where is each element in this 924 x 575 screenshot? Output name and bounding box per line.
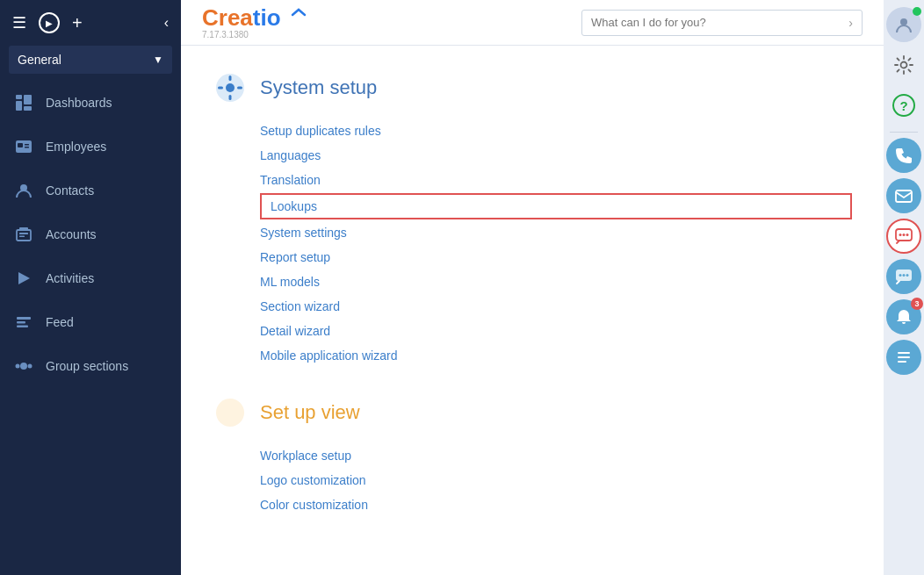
svg-point-19	[28, 364, 32, 369]
svg-rect-5	[18, 143, 23, 147]
svg-rect-14	[17, 317, 31, 320]
svg-point-37	[903, 274, 906, 277]
link-workplace-setup[interactable]: Workplace setup	[260, 444, 852, 467]
sidebar-item-activities[interactable]: Activities	[0, 256, 181, 300]
system-setup-section: System setup Setup duplicates rules Lang…	[213, 70, 852, 367]
notifications-badge: 3	[911, 298, 923, 310]
svg-rect-10	[19, 233, 28, 234]
link-translation[interactable]: Translation	[260, 169, 852, 191]
svg-rect-6	[25, 144, 29, 146]
svg-rect-23	[229, 95, 232, 100]
notifications-button[interactable]: 3	[886, 299, 921, 334]
contacts-icon	[14, 181, 33, 200]
svg-point-33	[903, 234, 906, 236]
svg-rect-11	[19, 236, 25, 238]
svg-rect-30	[896, 190, 912, 202]
chat-button[interactable]	[886, 259, 921, 294]
accounts-icon	[14, 225, 33, 244]
phone-button[interactable]	[886, 138, 921, 173]
tasks-button[interactable]	[886, 340, 921, 375]
back-icon[interactable]: ‹	[164, 15, 169, 31]
svg-rect-1	[16, 101, 22, 111]
user-profile-button[interactable]	[886, 7, 921, 42]
svg-point-17	[20, 363, 27, 370]
svg-marker-13	[18, 272, 30, 284]
svg-rect-9	[17, 230, 31, 241]
sidebar-item-feed[interactable]: Feed	[0, 300, 181, 344]
link-report-setup[interactable]: Report setup	[260, 246, 852, 269]
user-online-badge	[913, 7, 921, 16]
settings-button[interactable]	[886, 47, 921, 83]
logo-version: 7.17.3.1380	[202, 30, 249, 40]
sidebar-item-group-sections[interactable]: Group sections	[0, 344, 181, 388]
set-up-view-header: 🎨 Set up view	[213, 395, 852, 430]
right-panel: ?	[884, 0, 924, 575]
system-setup-header: System setup	[213, 70, 852, 105]
section-select[interactable]: General ▼	[9, 46, 172, 74]
svg-rect-24	[218, 87, 223, 90]
link-lookups[interactable]: Lookups	[260, 193, 852, 219]
play-icon[interactable]: ▶	[39, 12, 60, 33]
link-logo-customization[interactable]: Logo customization	[260, 469, 852, 492]
svg-rect-15	[17, 321, 25, 324]
sidebar-item-employees-label: Employees	[46, 140, 106, 154]
set-up-view-links: Workplace setup Logo customization Color…	[213, 444, 852, 516]
system-setup-icon	[213, 70, 248, 105]
svg-rect-0	[16, 95, 22, 99]
svg-point-26	[216, 399, 244, 427]
sidebar-item-employees[interactable]: Employees	[0, 125, 181, 169]
employees-icon	[14, 137, 33, 156]
link-setup-duplicates-rules[interactable]: Setup duplicates rules	[260, 119, 852, 142]
right-panel-divider-1	[890, 132, 918, 133]
sidebar-item-contacts[interactable]: Contacts	[0, 169, 181, 212]
dashboards-icon	[14, 93, 33, 112]
sidebar-header-icons: ☰ ▶ +	[12, 12, 83, 33]
link-ml-models[interactable]: ML models	[260, 270, 852, 293]
link-mobile-application-wizard[interactable]: Mobile application wizard	[260, 344, 852, 367]
sidebar-header: ☰ ▶ + ‹	[0, 0, 181, 46]
link-languages[interactable]: Languages	[260, 144, 852, 167]
sidebar-item-dashboards[interactable]: Dashboards	[0, 81, 181, 125]
group-sections-icon	[14, 356, 33, 376]
svg-point-34	[906, 234, 909, 236]
hamburger-icon[interactable]: ☰	[12, 13, 26, 32]
svg-rect-39	[898, 352, 910, 354]
svg-rect-25	[237, 87, 242, 90]
svg-point-38	[906, 274, 909, 277]
help-button[interactable]: ?	[886, 88, 921, 123]
svg-point-29	[901, 62, 907, 68]
set-up-view-section: 🎨 Set up view Workplace setup Logo custo…	[213, 395, 852, 516]
svg-rect-41	[898, 361, 906, 363]
svg-rect-12	[19, 227, 28, 231]
system-setup-links: Setup duplicates rules Languages Transla…	[213, 119, 852, 367]
chevron-down-icon: ▼	[153, 54, 163, 66]
link-section-wizard[interactable]: Section wizard	[260, 295, 852, 318]
set-up-view-icon: 🎨	[213, 395, 248, 430]
svg-point-36	[899, 274, 902, 277]
main-area: Creatio 7.17.3.1380 ›	[181, 0, 884, 575]
svg-rect-2	[24, 95, 32, 104]
svg-rect-16	[17, 326, 28, 328]
mail-button[interactable]	[886, 178, 921, 213]
svg-point-18	[16, 364, 20, 369]
activities-icon	[14, 269, 33, 288]
feed-icon	[14, 313, 33, 332]
link-color-customization[interactable]: Color customization	[260, 493, 852, 516]
sidebar-item-accounts[interactable]: Accounts	[0, 212, 181, 256]
search-bar[interactable]: ›	[581, 10, 863, 36]
sidebar-item-activities-label: Activities	[46, 271, 94, 285]
add-icon[interactable]: +	[72, 13, 83, 33]
sidebar-item-dashboards-label: Dashboards	[46, 96, 112, 110]
svg-point-28	[900, 18, 907, 25]
search-submit-icon[interactable]: ›	[848, 16, 853, 30]
topbar: Creatio 7.17.3.1380 ›	[181, 0, 884, 46]
svg-rect-3	[24, 106, 32, 111]
link-system-settings[interactable]: System settings	[260, 221, 852, 244]
sidebar-item-contacts-label: Contacts	[46, 183, 94, 198]
chat-active-button[interactable]	[886, 219, 921, 254]
link-detail-wizard[interactable]: Detail wizard	[260, 320, 852, 342]
logo: Creatio 7.17.3.1380	[202, 6, 307, 40]
search-input[interactable]	[591, 16, 848, 29]
system-setup-title: System setup	[260, 76, 377, 99]
section-select-label: General	[18, 53, 61, 67]
